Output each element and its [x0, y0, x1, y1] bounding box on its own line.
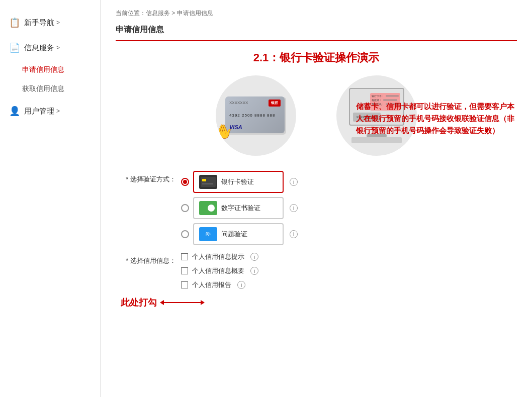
illustration-area: XXXXXXX 银联 4392 2500 8888 888 VISA ✋ 银行卡…	[116, 75, 517, 156]
verify-options: 银行卡验证 i 数字证书验证 i	[181, 171, 298, 245]
credit-tips-label: 个人信用信息提示	[192, 252, 244, 261]
sidebar-sub-apply-credit[interactable]: 申请信用信息	[0, 60, 100, 79]
digital-cert-option-label: 数字证书验证	[221, 204, 260, 213]
credit-label: * 选择信用信息：	[126, 252, 176, 265]
bank-card-circle: XXXXXXX 银联 4392 2500 8888 888 VISA ✋	[216, 75, 296, 156]
question-option-icon	[199, 227, 217, 241]
digital-cert-option-icon	[199, 201, 217, 215]
apply-credit-label: 申请信用信息	[22, 65, 64, 73]
page-title: 申请信用信息	[116, 25, 517, 41]
bank-card-illustration: XXXXXXX 银联 4392 2500 8888 888 VISA ✋	[223, 94, 289, 137]
toggle-icon	[201, 204, 216, 213]
card-number: 4392 2500 8888 888	[229, 113, 281, 118]
bank-card-info-icon[interactable]: i	[290, 178, 298, 186]
option-box-digital[interactable]: 数字证书验证	[193, 197, 284, 219]
verify-option-question[interactable]: 问题验证 i	[181, 223, 298, 245]
credit-summary-info-icon[interactable]: i	[250, 267, 258, 275]
arrow-right-head	[201, 300, 205, 305]
guide-icon: 📋	[9, 17, 20, 28]
guide-arrow: >	[56, 19, 60, 26]
radio-digital-cert[interactable]	[181, 204, 189, 212]
arrow-left-head	[160, 300, 164, 305]
credit-form-row: * 选择信用信息： 个人信用信息提示 i 个人信用信息概要 i 个人信用报告 i	[126, 252, 507, 289]
checkbox-report[interactable]	[181, 281, 188, 288]
credit-options: 个人信用信息提示 i 个人信用信息概要 i 个人信用报告 i	[181, 252, 258, 289]
credit-option-summary[interactable]: 个人信用信息概要 i	[181, 266, 258, 275]
section-title: 2.1：银行卡验证操作演示	[116, 50, 517, 65]
option-box-bank[interactable]: 银行卡验证	[193, 171, 284, 193]
credit-report-label: 个人信用报告	[192, 280, 231, 289]
sidebar-sub-get-credit[interactable]: 获取信用信息	[0, 79, 100, 98]
credit-report-info-icon[interactable]: i	[237, 281, 245, 289]
credit-tips-info-icon[interactable]: i	[250, 253, 258, 261]
bottom-annotation-text: 此处打勾	[121, 296, 157, 309]
sidebar: 📋 新手导航 > 📄 信息服务 > 申请信用信息 获取信用信息 👤 用户管理 >	[0, 0, 101, 397]
verify-option-bank[interactable]: 银行卡验证 i	[181, 171, 298, 193]
credit-option-report[interactable]: 个人信用报告 i	[181, 280, 258, 289]
credit-summary-label: 个人信用信息概要	[192, 266, 244, 275]
sidebar-user-label: 用户管理	[24, 107, 54, 116]
credit-option-tips[interactable]: 个人信用信息提示 i	[181, 252, 258, 261]
sidebar-info-label: 信息服务	[24, 43, 54, 53]
sidebar-item-info[interactable]: 📄 信息服务 >	[0, 35, 100, 60]
question-card	[201, 229, 216, 240]
mini-card	[201, 177, 216, 187]
visa-logo: VISA	[229, 124, 281, 130]
checkbox-tips[interactable]	[181, 253, 188, 260]
verify-form-row: * 选择验证方式： 银行卡验证 i	[126, 171, 507, 245]
option-box-question[interactable]: 问题验证	[193, 223, 284, 245]
digital-cert-info-icon[interactable]: i	[290, 204, 298, 212]
bank-card-option-label: 银行卡验证	[221, 177, 254, 186]
user-icon: 👤	[9, 106, 20, 117]
unionpay-logo: 银联	[269, 100, 281, 107]
question-info-icon[interactable]: i	[290, 230, 298, 238]
sidebar-item-user[interactable]: 👤 用户管理 >	[0, 98, 100, 124]
form-area: * 选择验证方式： 银行卡验证 i	[116, 171, 517, 289]
get-credit-label: 获取信用信息	[22, 84, 64, 92]
breadcrumb: 当前位置：信息服务 > 申请信用信息	[116, 9, 517, 18]
radio-bank-card[interactable]	[181, 178, 189, 186]
sidebar-guide-label: 新手导航	[24, 18, 54, 28]
annotation: 储蓄卡、信用卡都可以进行验证，但需要客户本人在银行预留的手机号码接收银联验证信息…	[356, 101, 517, 137]
radio-question[interactable]	[181, 230, 189, 238]
verify-label: * 选择验证方式：	[126, 171, 176, 184]
bank-card-option-icon	[199, 175, 217, 189]
checkbox-summary[interactable]	[181, 267, 188, 274]
user-arrow: >	[56, 108, 60, 115]
annotation-text: 储蓄卡、信用卡都可以进行验证，但需要客户本人在银行预留的手机号码接收银联验证信息…	[356, 101, 517, 137]
main-content: 当前位置：信息服务 > 申请信用信息 申请信用信息 2.1：银行卡验证操作演示 …	[101, 0, 532, 397]
info-arrow: >	[56, 44, 60, 51]
bottom-arrow-container	[160, 300, 204, 305]
arrow-body	[164, 302, 204, 303]
info-icon: 📄	[9, 42, 20, 53]
verify-option-digital[interactable]: 数字证书验证 i	[181, 197, 298, 219]
bottom-annotation-area: 此处打勾	[121, 296, 517, 309]
keyboard	[351, 137, 402, 143]
question-option-label: 问题验证	[221, 230, 247, 239]
sidebar-item-guide[interactable]: 📋 新手导航 >	[0, 10, 100, 35]
